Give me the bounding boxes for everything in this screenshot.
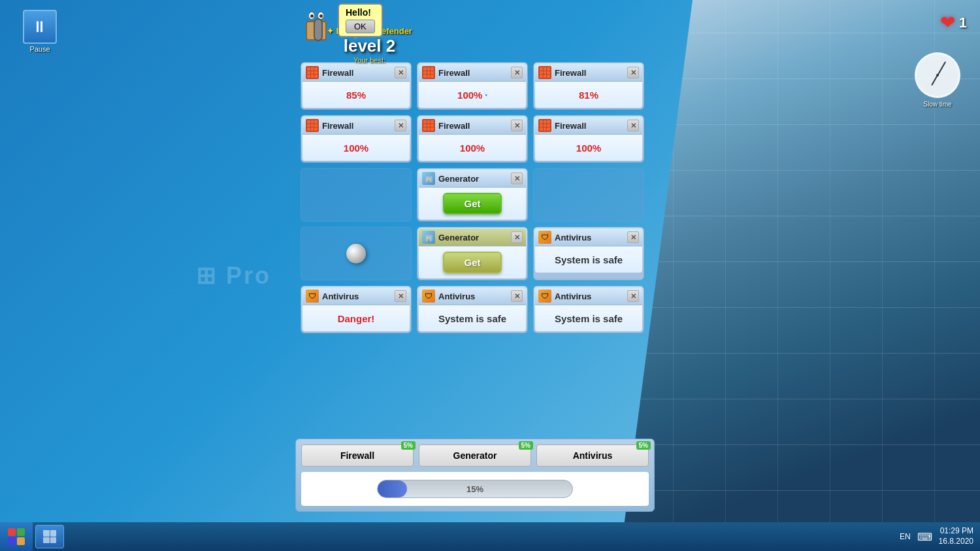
taskbar-time: 01:29 PM — [939, 526, 973, 537]
empty-cell-2 — [533, 168, 644, 222]
firewall-card-2: Firewall ✕ 100% • — [417, 62, 528, 110]
antivirus-close-3[interactable]: ✕ — [511, 290, 523, 302]
firewall-header-6: Firewall ✕ — [535, 117, 642, 135]
antivirus-body-3: System is safe — [419, 305, 526, 331]
generator-title-2: Generator — [438, 233, 511, 242]
generator-toolbar-button[interactable]: Generator 5% — [419, 444, 531, 467]
pause-icon: ⏸ — [23, 10, 57, 44]
lives-widget: ❤ 1 — [940, 12, 967, 33]
clippy-eye-left — [308, 12, 315, 20]
generator-get-button-2[interactable]: Get — [443, 252, 501, 273]
start-button[interactable] — [0, 522, 33, 551]
firewall-title-2: Firewall — [438, 68, 511, 78]
generator-body-2: Get — [419, 246, 526, 278]
antivirus-toolbar-button[interactable]: Antivirus 5% — [536, 444, 649, 467]
win-logo-q2 — [17, 528, 25, 536]
firewall-body-6: 100% — [535, 135, 642, 161]
antivirus-icon-1: 🛡 — [538, 231, 551, 244]
antivirus-close-4[interactable]: ✕ — [627, 290, 639, 302]
app-icon-q1 — [43, 530, 50, 537]
firewall-close-1[interactable]: ✕ — [395, 67, 406, 78]
clippy-ok-button[interactable]: OK — [346, 20, 375, 33]
generator-close-2[interactable]: ✕ — [511, 231, 523, 243]
row-5: 🛡 Antivirus ✕ Danger! 🛡 Antivirus ✕ Syst… — [301, 286, 653, 333]
generator-get-button-1[interactable]: Get — [443, 193, 501, 214]
antivirus-status-3: System is safe — [438, 313, 506, 324]
generator-title-1: Generator — [438, 174, 511, 184]
antivirus-close-2[interactable]: ✕ — [395, 290, 406, 302]
pause-button[interactable]: ⏸ Pause — [23, 10, 57, 53]
app-icon-q2 — [50, 530, 57, 537]
firewall-icon-5 — [422, 119, 435, 132]
pause-label: Pause — [29, 45, 50, 53]
firewall-card-4: Firewall ✕ 100% — [301, 115, 412, 163]
antivirus-icon-4: 🛡 — [538, 290, 551, 303]
firewall-close-4[interactable]: ✕ — [395, 120, 406, 131]
antivirus-body-1: System is safe — [535, 246, 642, 273]
clock-widget[interactable]: Slow time — [915, 52, 960, 108]
generator-close-1[interactable]: ✕ — [511, 173, 523, 184]
clippy-assistant: Hello! OK — [301, 0, 383, 49]
clock-center — [936, 74, 939, 76]
glass-line — [621, 399, 980, 399]
antivirus-close-1[interactable]: ✕ — [627, 231, 639, 243]
progress-area: 15% — [301, 472, 649, 506]
glass-line-v — [830, 0, 830, 551]
glass-line — [621, 490, 980, 491]
antivirus-status-2: Danger! — [338, 313, 375, 324]
firewall-status-1: 85% — [346, 90, 366, 101]
watermark: ⊞ Pro — [196, 262, 271, 290]
antivirus-header-3: 🛡 Antivirus ✕ — [419, 288, 526, 305]
firewall-close-3[interactable]: ✕ — [627, 67, 639, 78]
antivirus-title-1: Antivirus — [555, 233, 627, 242]
generator-icon-1: 🏢 — [422, 172, 435, 185]
antivirus-status-4: System is safe — [555, 313, 623, 324]
firewall-card-3: Firewall ✕ 81% — [533, 62, 644, 110]
glass-line — [621, 444, 980, 445]
firewall-close-6[interactable]: ✕ — [627, 120, 639, 131]
win-logo-q3 — [8, 537, 16, 545]
clippy-clip — [314, 18, 323, 41]
app-icon-q3 — [43, 537, 50, 544]
firewall-card-1: Firewall ✕ 85% — [301, 62, 412, 110]
antivirus-status-1: System is safe — [555, 254, 623, 265]
firewall-header-5: Firewall ✕ — [419, 117, 526, 135]
taskbar-app-button[interactable] — [35, 525, 64, 548]
firewall-title-6: Firewall — [555, 121, 627, 131]
antivirus-header-4: 🛡 Antivirus ✕ — [535, 288, 642, 305]
firewall-toolbar-button[interactable]: Firewall 5% — [301, 444, 414, 467]
windows-logo — [8, 528, 25, 545]
firewall-close-2[interactable]: ✕ — [511, 67, 523, 78]
firewall-body-1: 85% — [302, 82, 410, 108]
glass-line — [621, 261, 980, 262]
generator-card-1: 🏢 Generator ✕ Get — [417, 168, 528, 222]
bottom-toolbar: Firewall 5% Generator 5% Antivirus 5% 15… — [295, 439, 655, 512]
firewall-title-4: Firewall — [322, 121, 395, 131]
antivirus-card-1: 🛡 Antivirus ✕ System is safe — [533, 227, 644, 280]
generator-header-1: 🏢 Generator ✕ — [419, 170, 526, 188]
taskbar-keyboard-icon: ⌨ — [917, 531, 932, 543]
win-logo-q4 — [17, 537, 25, 545]
clock-face — [915, 52, 960, 98]
glass-line — [621, 170, 980, 171]
row-4: 🏢 Generator ✕ Get 🛡 Antivirus ✕ System i… — [301, 227, 653, 280]
glass-line-v — [777, 0, 778, 551]
antivirus-title-4: Antivirus — [555, 292, 627, 301]
ball-cell — [301, 227, 412, 280]
firewall-body-3: 81% — [535, 82, 642, 108]
ball — [346, 244, 366, 263]
antivirus-card-4: 🛡 Antivirus ✕ System is safe — [533, 286, 644, 333]
firewall-status-6: 100% — [576, 142, 601, 154]
taskbar-app-icon — [43, 530, 56, 543]
glass-line — [621, 307, 980, 308]
antivirus-badge: 5% — [636, 441, 651, 450]
glass-line-v — [725, 0, 726, 551]
generator-header-2: 🏢 Generator ✕ — [419, 229, 526, 246]
firewall-header-3: Firewall ✕ — [535, 64, 642, 82]
firewall-status-3: 81% — [579, 90, 598, 101]
firewall-icon-3 — [538, 66, 551, 79]
firewall-title-5: Firewall — [438, 121, 511, 131]
win-logo-q1 — [8, 528, 16, 536]
firewall-header-2: Firewall ✕ — [419, 64, 526, 82]
firewall-close-5[interactable]: ✕ — [511, 120, 523, 131]
